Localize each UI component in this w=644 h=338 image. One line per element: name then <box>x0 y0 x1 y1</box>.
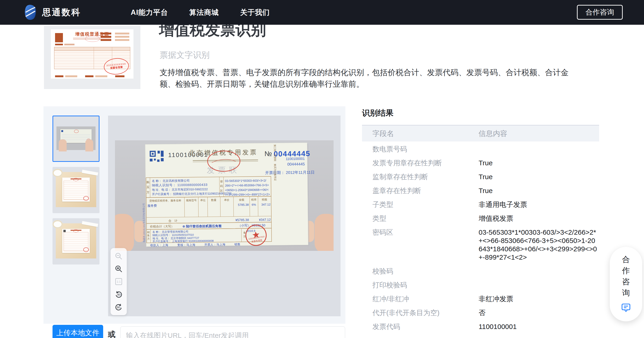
svg-text:售: 售 <box>147 234 150 237</box>
hand-left <box>59 139 66 151</box>
preview-invoice-photo: 1100100001 北京增值税专用发票 发票联 № 00444445 1100… <box>115 140 334 251</box>
svg-text:03-565303*1*00303-603/>3<2/: 03-565303*1*00303-603/>3<2/ <box>225 179 266 183</box>
rotate-right-90-icon[interactable]: 90 <box>114 302 123 312</box>
nav-item-ai-platform[interactable]: AI能力平台 <box>131 0 168 25</box>
svg-text:⊗ 陆仟壹佰叁拾贰圆伍角整: ⊗ 陆仟壹佰叁拾贰圆伍角整 <box>182 224 222 228</box>
svg-text:地 址、电 话： 北京市朝阳区 64377727: 地 址、电 话： 北京市朝阳区 64377727 <box>152 237 199 240</box>
sample-invoice-image: 增值税普通发票 XXXXXXXXXXX 发票专用章 <box>51 29 134 79</box>
cooperation-consult-button[interactable]: 合作咨询 <box>577 5 623 20</box>
mini-qr-icon <box>64 230 66 232</box>
svg-text:00444445: 00444445 <box>287 162 305 166</box>
svg-text:税额: 税额 <box>262 198 268 201</box>
rotate-left-90-icon[interactable]: 90 <box>114 290 123 299</box>
result-row: 发票代码1100100001 <box>362 320 599 334</box>
results-table-header: 字段名 信息内容 <box>362 125 599 141</box>
result-field-value: 否 <box>478 309 599 317</box>
result-field-value: 非通用电子发票 <box>478 200 599 209</box>
result-row: 代开(非代开条目为空)否 <box>362 306 599 320</box>
nav-menu: AI能力平台 算法商城 关于我们 <box>131 0 270 25</box>
floating-consult-button[interactable]: 合 作 咨 询 <box>610 247 642 321</box>
svg-text:名 称： 北京讯科技有限公司: 名 称： 北京讯科技有限公司 <box>152 179 190 183</box>
svg-text:1:1: 1:1 <box>116 280 121 284</box>
thumbnail-invoice-on-desk-1[interactable] <box>52 167 100 213</box>
result-row: 红冲/非红冲非红冲发票 <box>362 292 599 306</box>
result-field-value: 03-565303*1*00303-603/>3<2/266>2*+<>66-8… <box>478 228 599 262</box>
result-field-name: 类型 <box>372 214 478 223</box>
or-label: 或 <box>108 329 116 338</box>
preview-canvas: 1100100001 北京增值税专用发票 发票联 № 00444445 1100… <box>108 116 340 316</box>
plate-icon <box>52 169 63 177</box>
image-toolbar: 1:1 90 90 <box>110 248 127 315</box>
svg-text:方: 方 <box>147 237 150 240</box>
result-field-name: 数电票号码 <box>372 145 478 153</box>
zoom-in-icon[interactable] <box>114 264 123 274</box>
svg-text:单价: 单价 <box>224 199 230 201</box>
brand-name: 思通数科 <box>42 6 81 18</box>
svg-text:开票日期： 2012年11月11日: 开票日期： 2012年11月11日 <box>265 170 314 175</box>
svg-text:北京增值税专用发票: 北京增值税专用发票 <box>189 149 258 156</box>
svg-text:第三联：发票联 购买方记账凭证: 第三联：发票联 购买方记账凭证 <box>274 144 277 181</box>
chat-bubble-icon <box>621 302 631 313</box>
svg-text:纳税人识别号： 110008800000433: 纳税人识别号： 110008800000433 <box>152 183 208 187</box>
result-field-value: True <box>478 173 599 181</box>
thumbnail-invoice-held-by-hands[interactable] <box>52 116 100 162</box>
svg-text:销: 销 <box>147 231 150 234</box>
svg-text:>+3<299>299<>0+-899*27<1<2>: >+3<299>299<>0+-899*27<1<2> <box>225 193 270 197</box>
nav-item-algorithm-mall[interactable]: 算法商城 <box>189 0 219 25</box>
svg-text:买: 买 <box>146 185 150 189</box>
zoom-out-icon[interactable] <box>114 252 123 261</box>
result-field-name: 校验码 <box>372 267 478 275</box>
svg-text:90: 90 <box>117 306 120 309</box>
svg-text:备: 备 <box>243 231 246 234</box>
result-field-value: True <box>478 187 599 195</box>
page: { "colors":{"accent_blue":"#1677ff","nav… <box>0 0 644 338</box>
svg-text:¥347.12: ¥347.12 <box>258 218 271 222</box>
thumbnail-invoice-on-desk-2[interactable] <box>52 218 100 265</box>
svg-text:2016.9: 2016.9 <box>247 229 256 233</box>
mini-stamp-icon <box>74 130 79 133</box>
image-url-input[interactable] <box>120 327 345 338</box>
ruler-icon <box>82 170 98 176</box>
result-field-name: 红冲/非红冲 <box>372 295 478 303</box>
ruler-icon <box>82 221 98 227</box>
svg-text:税率: 税率 <box>251 198 256 201</box>
result-row: 校验码 <box>362 264 599 278</box>
mini-stamp-icon <box>83 247 89 252</box>
demo-panel: 1100100001 北京增值税专用发票 发票联 № 00444445 1100… <box>44 106 345 324</box>
svg-text:抵愿而 [2015] 341号北京印钞有限公司: 抵愿而 [2015] 341号北京印钞有限公司 <box>142 203 145 243</box>
svg-text:数量: 数量 <box>211 199 217 201</box>
nav-item-about-us[interactable]: 关于我们 <box>240 0 270 25</box>
mini-qr-icon <box>61 130 63 132</box>
svg-text:<0650>1-20643*1840668>+06/<: <0650>1-20643*1840668>+06/< <box>225 188 268 192</box>
result-field-name: 子类型 <box>372 200 478 209</box>
result-field-name: 盖章存在性判断 <box>372 187 478 195</box>
svg-text:90: 90 <box>117 293 120 296</box>
consult-char: 询 <box>622 289 630 297</box>
page-description: 支持增值税专票、普票、电子发票的所有字段的结构化识别，包括价税合计、发票代码、发… <box>160 67 580 90</box>
sample-invoice-card: 增值税普通发票 XXXXXXXXXXX 发票专用章 <box>44 26 140 89</box>
result-field-name: 发票专用章存在性判断 <box>372 159 478 167</box>
result-field-value: True <box>478 159 599 167</box>
svg-text:单位: 单位 <box>200 199 206 202</box>
svg-text:发票联: 发票联 <box>207 165 240 175</box>
logo-stone-icon <box>23 4 38 21</box>
one-to-one-icon[interactable]: 1:1 <box>114 277 123 286</box>
svg-text:密: 密 <box>220 180 223 183</box>
result-row: 盖章存在性判断True <box>362 184 599 198</box>
brand-logo[interactable]: 思通数科 <box>23 0 81 25</box>
result-row: 数电票号码 <box>362 142 599 156</box>
svg-text:名 称： 北京管理咨询有限公司: 名 称： 北京管理咨询有限公司 <box>152 230 188 234</box>
result-field-value: 增值税发票 <box>478 214 599 223</box>
svg-text:码: 码 <box>220 185 223 188</box>
column-field-content: 信息内容 <box>478 129 507 138</box>
results-title: 识别结果 <box>362 108 394 118</box>
svg-text:纳税人识别号： 110105050107010: 纳税人识别号： 110105050107010 <box>152 233 194 237</box>
svg-text:¥5785.38: ¥5785.38 <box>235 218 249 222</box>
result-field-name: 监制章存在性判断 <box>372 173 478 181</box>
upload-local-file-button[interactable]: 上传本地文件 <box>52 325 103 338</box>
svg-text:服务费: 服务费 <box>147 204 157 207</box>
svg-text:合 计: 合 计 <box>168 219 178 222</box>
plate-icon <box>52 220 63 228</box>
sample-stamp-oval-icon <box>85 36 100 42</box>
result-field-name: 代开(非代开条目为空) <box>372 309 478 317</box>
